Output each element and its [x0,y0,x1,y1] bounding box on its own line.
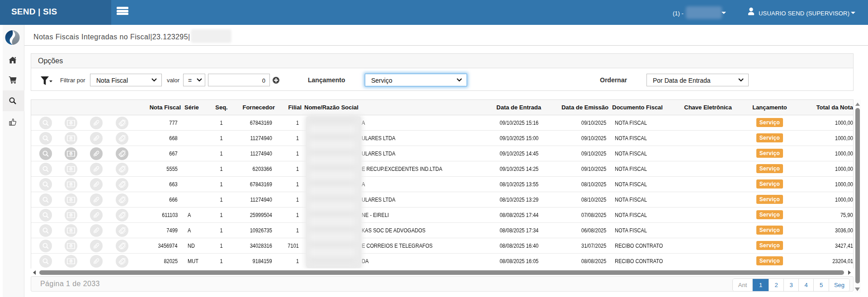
svg-text:1: 1 [70,167,72,170]
svg-text:1: 1 [70,244,72,247]
svg-text:1: 1 [70,183,72,186]
svg-text:1: 1 [70,198,72,201]
svg-text:1: 1 [70,152,72,155]
svg-text:1: 1 [70,121,72,124]
svg-text:1: 1 [70,229,72,232]
svg-text:1: 1 [70,259,72,263]
svg-text:1: 1 [70,213,72,217]
svg-text:1: 1 [70,137,72,140]
